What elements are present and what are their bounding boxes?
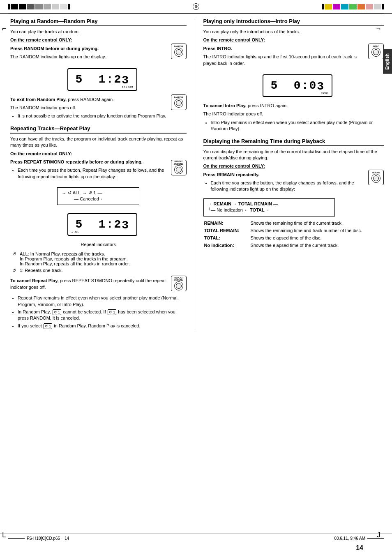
bar-segment-cyan [341,4,348,9]
intro-cancel-bold: To cancel Intro Play, [203,103,247,108]
remain-arrow3: — [272,201,278,206]
remote-button-repeat-cancel [174,281,183,290]
remote-button-inner5 [373,49,379,55]
random-bullets: It is not possible to activate the rando… [10,113,187,119]
repeat-1-inline1: ↺ 1 [53,309,62,315]
random-exit-text: To exit from Random Play, press RANDOM a… [10,97,168,103]
random-remote-icon: RANDOM [171,44,187,59]
intro-detail: The INTRO indicator lights up and the fi… [203,54,365,67]
repeat-all-desc1: ALL: In Normal Play, repeats all the tra… [20,251,105,256]
repeat-final-bullets: Repeat Play remains in effect even when … [10,295,187,329]
top-bar-left [8,4,70,9]
remain-table: REMAIN: Shows the remaining time of the … [203,220,384,250]
repeat-play-title: Repeating Tracks—Repeat Play [10,125,187,134]
random-display-label: RANDOM [122,86,134,89]
remain-desc-cell: Shows the remaining time of the current … [251,221,383,227]
repeat-1-desc: 1: Repeats one track. [20,268,63,273]
repeat-diagram-row1: → ↺ ALL → ↺ 1 — [62,190,135,196]
remain-remote-icon: REMAIN [368,170,384,185]
random-play-intro: You can play the tracks at random. [10,29,187,35]
remain-arrow1: → [208,201,212,206]
file-page: 14 [65,536,69,541]
arrow-right-3: — [97,191,102,196]
bar-segment-green [349,4,357,9]
page-wrapper: ⌐ ¬ L J English ⊕ [0,0,392,555]
random-exit-rest: press RANDOM again. [68,97,114,102]
intro-bullets: Intro Play remains in effect even when y… [203,120,384,132]
bottom-bar: FS-H10[C]CD.p65 14 03.6.11, 9:46 AM [0,534,392,543]
repeat-cancel-text: To cancel Repeat Play, press REPEAT ST/M… [10,278,168,290]
remain-diagram: → REMAIN → TOTAL REMAIN — └— No indicati… [203,198,335,216]
bar-segment-orange [357,4,365,9]
bar-segment [8,4,10,9]
crosshair-center: ⊕ [193,3,199,10]
bar-segment [68,4,70,9]
intro-display: 5 0:03 INTRO [263,74,332,97]
file-info-left: FS-H10[C]CD.p65 [27,536,60,541]
repeat-table: ↺ ALL: In Normal Play, repeats all the t… [10,250,132,274]
remote-button-random [174,48,183,57]
intro-display-digits: 5 0:03 [270,79,325,92]
bar-segment [52,4,59,9]
repeat-play-section: Repeating Tracks—Repeat Play You can hav… [10,125,187,329]
bar-segment [27,4,35,9]
right-column: Playing only Introductions—Intro Play Yo… [195,18,384,332]
remote-button-inner [176,49,182,55]
random-play-title: Playing at Random—Random Play [10,18,187,26]
file-date: 03.6.11, 9:46 AM [334,536,365,541]
random-remote-heading: On the remote control ONLY: [10,37,187,43]
top-bar: ⊕ [0,0,392,14]
repeat-sub-bullet1: Each time you press the button, Repeat P… [18,167,168,180]
bar-segment [19,4,26,9]
random-instruction: Press RANDOM before or during playing. [10,46,168,52]
remain-label-cell: REMAIN: [204,221,250,227]
remain-row-remain: REMAIN: Shows the remaining time of the … [204,221,383,227]
arrow-right-symbol: → [62,191,66,196]
remain-row-no-indication: No indication: Shows the elapsed time of… [204,243,383,249]
remote-button-repeat [174,165,183,174]
bar-segment [60,4,67,9]
total-label-cell: TOTAL: [204,235,250,242]
random-play-section: Playing at Random—Random Play You can pl… [10,18,187,120]
remain-remote-heading: On the remote control ONLY: [203,163,384,169]
total-remain-label-cell: TOTAL REMAIN: [204,228,250,235]
arrow-right-2: → [82,191,87,196]
intro-play-section: Playing only Introductions—Intro Play Yo… [203,18,384,132]
intro-bullet1: Intro Play remains in effect even when y… [211,120,384,132]
remote-button-inner6 [373,175,379,181]
remain-time-title: Displaying the Remaining Time during Pla… [203,138,384,146]
intro-display-label: INTRO [321,92,328,95]
bar-segment [11,4,18,9]
bar-segment [44,4,51,9]
repeat-play-intro: You can have all the tracks, the program… [10,136,187,149]
random-bullet1: It is not possible to activate the rando… [18,113,187,119]
random-detail: The RANDOM indicator lights up on the di… [10,54,168,60]
bar-segment-pink [366,4,373,9]
repeat-remote-heading: On the remote control ONLY: [10,151,187,157]
remain-arrow4: ← [265,207,270,212]
remain-sub-bullets: Each time you press the button, the disp… [203,180,365,193]
bottom-left-line [8,538,25,539]
repeat-diagram: → ↺ ALL → ↺ 1 — — Canceled ← [57,187,139,205]
random-display-digits: 5 1:23 [75,73,129,86]
corner-bracket-tl: ⌐ [2,25,7,32]
repeat-final-bullet3: If you select ↺ 1 in Random Play, Random… [18,323,187,329]
remain-time-section: Displaying the Remaining Time during Pla… [203,138,384,250]
repeat-final-bullet2: In Random Play, ↺ 1 cannot be selected. … [18,309,187,322]
page-number: 14 [356,544,363,552]
total-remain-desc-cell: Shows the remaining time and track numbe… [251,228,383,235]
remain-diagram-row1: → REMAIN → TOTAL REMAIN — [208,201,330,206]
remote-button-random2 [174,99,183,108]
random-display: 5 1:23 RANDOM [67,68,137,91]
repeat-all-indicator: ↺ [12,251,16,256]
remain-label: REMAIN [214,201,231,206]
remain-instruction: Press REMAIN repeatedly. [203,172,365,178]
bottom-right-line [367,538,384,539]
repeat-1-symbol: ↺ 1 [88,190,96,196]
remote-button-inner4 [176,283,182,289]
bar-segment [322,4,324,9]
repeat-all-symbol: ↺ ALL [68,190,81,196]
remain-sub-bullet1: Each time you press the button, the disp… [211,180,365,193]
remain-arrow2: → [231,201,238,206]
remain-no-indication-label: └— No indication ← [208,207,249,212]
